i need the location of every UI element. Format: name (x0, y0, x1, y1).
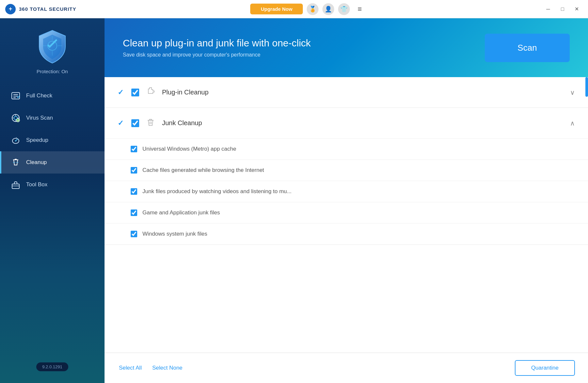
windows-junk-checkbox[interactable] (131, 231, 137, 237)
junk-check-icon: ✓ (118, 119, 123, 127)
junk-icon (146, 117, 155, 129)
plugin-icon (146, 86, 155, 98)
sidebar-item-toolbox[interactable]: Tool Box (0, 174, 105, 196)
plugin-check-icon: ✓ (118, 88, 123, 97)
version-badge: 9.2.0.1291 (36, 362, 68, 371)
shield-icon (36, 29, 69, 65)
tshirt-icon[interactable]: 👕 (338, 3, 350, 15)
bottom-bar: Select All Select None Quarantine (105, 353, 588, 383)
sidebar-item-speedup[interactable]: Speedup (0, 129, 105, 151)
windows-junk-label: Windows system junk files (142, 231, 207, 237)
media-junk-checkbox[interactable] (131, 188, 137, 195)
sub-item-browser-cache: Cache files generated while browsing the… (105, 159, 588, 181)
toolbox-icon (10, 179, 21, 190)
app-name: 360 TOTAL SECURITY (19, 6, 76, 12)
browser-cache-label: Cache files generated while browsing the… (142, 167, 264, 174)
menu-icon[interactable]: ≡ (354, 3, 366, 15)
virus-scan-icon (10, 113, 21, 123)
select-all-button[interactable]: Select All (118, 362, 143, 374)
user-icon[interactable]: 👤 (322, 3, 334, 15)
header-text: Clean up plug-in and junk file with one-… (123, 38, 311, 58)
speedup-label: Speedup (26, 137, 48, 143)
sidebar: Protection: On Full Check (0, 18, 105, 383)
junk-chevron-icon: ∧ (570, 119, 575, 127)
sidebar-item-cleanup[interactable]: Cleanup (0, 151, 105, 174)
medal-icon[interactable]: 🏅 (307, 3, 318, 15)
main-layout: Protection: On Full Check (0, 18, 588, 383)
game-app-junk-label: Game and Application junk files (142, 209, 220, 216)
plugin-cleanup-label: Plug-in Cleanup (162, 89, 564, 96)
shield-container: Protection: On (36, 29, 69, 74)
titlebar: + 360 TOTAL SECURITY Upgrade Now 🏅 👤 👕 ≡… (0, 0, 588, 18)
close-button[interactable]: ✕ (571, 5, 583, 14)
junk-cleanup-checkbox[interactable] (131, 119, 139, 127)
header-title: Clean up plug-in and junk file with one-… (123, 38, 311, 49)
accordion-junk-cleanup-header[interactable]: ✓ Junk Cleanup ∧ (105, 108, 588, 138)
junk-cleanup-label: Junk Cleanup (162, 119, 564, 127)
accordion-junk-cleanup: ✓ Junk Cleanup ∧ (105, 108, 588, 245)
svg-point-7 (16, 119, 20, 122)
app-logo: + (5, 4, 16, 14)
junk-cleanup-content: Universal Windows (Metro) app cache Cach… (105, 138, 588, 244)
content-header: Clean up plug-in and junk file with one-… (105, 18, 588, 77)
svg-rect-13 (12, 184, 19, 189)
titlebar-center: Upgrade Now 🏅 👤 👕 ≡ (250, 3, 366, 15)
virus-scan-label: Virus Scan (26, 115, 53, 121)
sub-item-media-junk: Junk files produced by watching videos a… (105, 181, 588, 202)
metro-cache-label: Universal Windows (Metro) app cache (142, 146, 236, 152)
protection-status: Protection: On (37, 69, 68, 74)
minimize-button[interactable]: ─ (542, 5, 554, 14)
browser-cache-checkbox[interactable] (131, 167, 137, 174)
select-none-button[interactable]: Select None (151, 362, 184, 374)
maximize-button[interactable]: □ (557, 5, 568, 14)
plugin-chevron-icon: ∨ (570, 89, 575, 96)
sub-item-metro-cache: Universal Windows (Metro) app cache (105, 138, 588, 159)
speedup-icon (10, 135, 21, 145)
content-area: Clean up plug-in and junk file with one-… (105, 18, 588, 383)
plugin-cleanup-checkbox[interactable] (131, 89, 139, 96)
nav-items: Full Check Virus Scan (0, 85, 105, 196)
scan-button[interactable]: Scan (485, 34, 570, 62)
sub-item-windows-junk: Windows system junk files (105, 223, 588, 244)
svg-point-10 (15, 140, 16, 142)
sub-item-game-app-junk: Game and Application junk files (105, 202, 588, 223)
full-check-icon (10, 91, 21, 101)
window-controls: ─ □ ✕ (542, 5, 583, 14)
full-check-label: Full Check (26, 92, 52, 99)
scroll-indicator (585, 77, 588, 97)
sidebar-item-virus-scan[interactable]: Virus Scan (0, 107, 105, 129)
accordion-plugin-cleanup: ✓ Plug-in Cleanup ∨ (105, 77, 588, 108)
titlebar-left: + 360 TOTAL SECURITY (5, 4, 76, 14)
toolbox-label: Tool Box (26, 181, 47, 188)
cleanup-icon (10, 157, 21, 168)
accordion-plugin-cleanup-header[interactable]: ✓ Plug-in Cleanup ∨ (105, 77, 588, 108)
upgrade-button[interactable]: Upgrade Now (250, 4, 303, 14)
cleanup-label: Cleanup (26, 159, 47, 166)
media-junk-label: Junk files produced by watching videos a… (142, 188, 291, 195)
game-app-junk-checkbox[interactable] (131, 209, 137, 216)
content-body: ✓ Plug-in Cleanup ∨ ✓ (105, 77, 588, 353)
quarantine-button[interactable]: Quarantine (515, 360, 575, 376)
metro-cache-checkbox[interactable] (131, 146, 137, 152)
sidebar-item-full-check[interactable]: Full Check (0, 85, 105, 107)
header-subtitle: Save disk space and improve your compute… (123, 52, 311, 58)
